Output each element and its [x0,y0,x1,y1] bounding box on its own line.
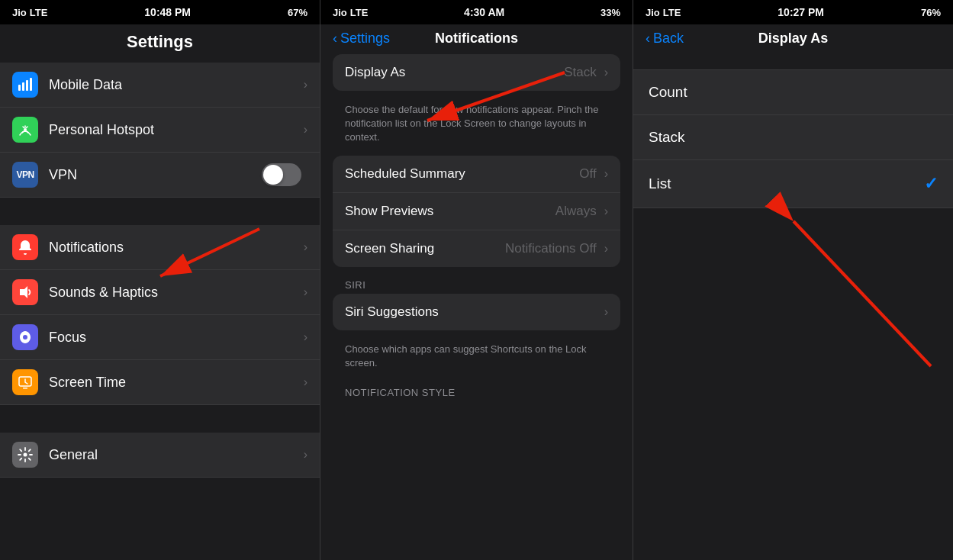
display-as-description: Choose the default for how notifications… [320,97,633,156]
svg-marker-5 [20,286,27,298]
settings-item-notifications[interactable]: Notifications › [0,225,320,270]
status-bar-2: Jio LTE 4:30 AM 33% [320,0,633,24]
scheduled-summary-chevron: › [604,167,608,181]
siri-description: Choose which apps can suggest Shortcuts … [320,336,633,381]
status-left-1: Jio LTE [12,7,47,18]
notif-style-label: NOTIFICATION STYLE [320,381,633,401]
mobile-data-chevron: › [304,78,307,92]
nav-bar-3: ‹ Back Display As [633,24,953,54]
scheduled-summary-value: Off [579,166,596,182]
battery-pct-1: 67% [288,7,307,18]
show-previews-item[interactable]: Show Previews Always › [333,193,620,230]
status-bar-1: Jio LTE 10:48 PM 67% [0,0,320,24]
display-as-chevron: › [604,66,608,79]
settings-panel: Jio LTE 10:48 PM 67% Settings [0,0,320,560]
sounds-haptics-label: Sounds & Haptics [49,285,301,301]
vpn-toggle[interactable] [262,163,301,186]
display-as-section: Display As Stack › [333,54,620,91]
personal-hotspot-icon [12,117,38,143]
time-2: 4:30 AM [464,6,504,18]
nav-bar-2: ‹ Settings Notifications [320,24,633,54]
general-chevron: › [304,448,307,462]
vpn-label: VPN [49,167,262,183]
vpn-icon: VPN [12,162,38,188]
status-bar-3: Jio LTE 10:27 PM 76% [633,0,953,24]
display-as-item[interactable]: Display As Stack › [333,54,620,91]
panel3-top-gap [633,54,953,69]
back-button-2[interactable]: ‹ Settings [333,31,390,47]
mobile-data-label: Mobile Data [49,77,301,93]
carrier-3: Jio [646,7,660,18]
notifications-label: Notifications [49,240,301,256]
back-label-3: Back [653,31,684,47]
general-label: General [49,447,301,463]
siri-suggestions-label: Siri Suggestions [345,304,601,320]
network-3: LTE [663,7,681,18]
settings-item-mobile-data[interactable]: Mobile Data › [0,63,320,108]
show-previews-value: Always [555,204,597,219]
display-as-nav-title: Display As [758,31,828,47]
screen-sharing-value: Notifications Off [505,241,597,256]
screen-sharing-item[interactable]: Screen Sharing Notifications Off › [333,230,620,267]
display-as-options: Count Stack List ✓ [633,69,953,208]
scheduled-summary-item[interactable]: Scheduled Summary Off › [333,156,620,193]
notifications-nav-title: Notifications [435,31,518,47]
status-left-3: Jio LTE [646,7,681,18]
screen-time-chevron: › [304,375,307,389]
display-as-value: Stack [564,65,597,80]
settings-item-personal-hotspot[interactable]: Personal Hotspot › [0,108,320,153]
svg-point-8 [24,453,27,457]
personal-hotspot-label: Personal Hotspot [49,122,301,138]
back-button-3[interactable]: ‹ Back [646,31,684,47]
display-option-list[interactable]: List ✓ [633,160,953,208]
stack-option-label: Stack [649,129,938,146]
focus-chevron: › [304,330,307,344]
screen-time-label: Screen Time [49,375,301,391]
carrier-2: Jio [333,7,347,18]
notifications-panel: Jio LTE 4:30 AM 33% ‹ Settings Notificat… [320,0,633,560]
svg-rect-0 [18,85,21,91]
settings-item-vpn[interactable]: VPN VPN [0,153,320,198]
battery-1: 67% [288,7,307,18]
network-2: LTE [350,7,369,18]
svg-rect-1 [22,82,24,91]
time-1: 10:48 PM [144,6,191,18]
display-option-stack[interactable]: Stack [633,115,953,160]
display-option-count[interactable]: Count [633,69,953,115]
display-as-panel: Jio LTE 10:27 PM 76% ‹ Back Display As C… [633,0,953,560]
siri-suggestions-item[interactable]: Siri Suggestions › [333,294,620,330]
screen-sharing-chevron: › [604,242,608,256]
carrier-1: Jio [12,7,27,18]
battery-pct-3: 76% [921,7,941,18]
personal-hotspot-chevron: › [304,123,307,137]
battery-3: 76% [921,7,941,18]
list-checkmark: ✓ [924,174,938,194]
settings-item-sounds-haptics[interactable]: Sounds & Haptics › [0,270,320,315]
focus-icon [12,324,38,350]
scheduled-summary-label: Scheduled Summary [345,166,579,182]
back-label-2: Settings [340,31,390,47]
battery-2: 33% [600,7,620,18]
screen-time-icon [12,369,38,395]
notifications-chevron: › [304,240,307,254]
sounds-haptics-chevron: › [304,285,307,299]
notifications-second-section: Scheduled Summary Off › Show Previews Al… [333,156,620,267]
settings-item-screen-time[interactable]: Screen Time › [0,360,320,405]
battery-pct-2: 33% [600,7,620,18]
section-gap-2 [0,405,320,433]
notifications-icon [12,234,38,260]
general-icon [12,442,38,468]
mobile-data-icon [12,72,38,98]
svg-rect-2 [26,80,28,91]
show-previews-chevron: › [604,204,608,218]
time-3: 10:27 PM [778,6,824,18]
sounds-haptics-icon [12,279,38,305]
settings-item-focus[interactable]: Focus › [0,315,320,360]
section-gap-1 [0,198,320,225]
settings-title: Settings [0,24,320,63]
settings-item-general[interactable]: General › [0,433,320,478]
siri-section: Siri Suggestions › [333,294,620,330]
siri-section-label: SIRI [320,273,633,294]
settings-list: Mobile Data › Personal Hotspot › [0,63,320,560]
show-previews-label: Show Previews [345,204,555,219]
